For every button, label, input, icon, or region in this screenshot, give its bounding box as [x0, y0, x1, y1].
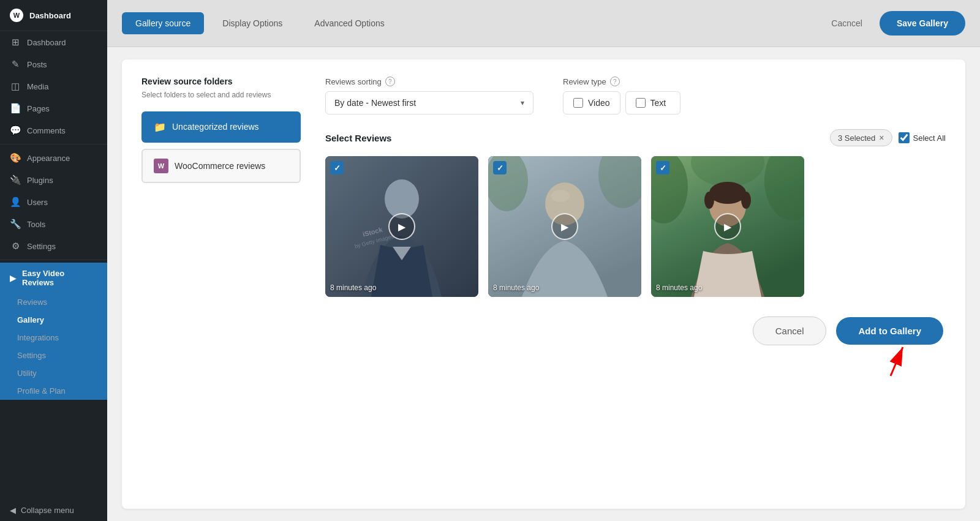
select-all-checkbox[interactable]	[899, 132, 910, 143]
appearance-icon: 🎨	[10, 152, 21, 163]
sorting-dropdown[interactable]: By date - Newest first ▾	[325, 91, 533, 114]
white-card: Review source folders Select folders to …	[122, 59, 965, 509]
sidebar-item-pages[interactable]: 📄 Pages	[0, 97, 107, 119]
top-bar-actions: Cacncel Save Gallery	[821, 11, 965, 36]
dashboard-icon: ⊞	[10, 37, 21, 48]
woocommerce-folder-label: WooCommerce reviews	[175, 161, 265, 171]
sorting-label: Reviews sorting ?	[325, 77, 533, 86]
panel-area: Review source folders Select folders to …	[107, 47, 980, 521]
folders-subtitle: Select folders to select and add reviews	[141, 90, 301, 100]
svg-line-19	[891, 347, 903, 376]
svg-point-15	[709, 182, 746, 204]
sidebar-item-settings[interactable]: ⚙ Settings	[0, 235, 107, 257]
sidebar-item-tools[interactable]: 🔧 Tools	[0, 213, 107, 235]
left-column: Review source folders Select folders to …	[141, 77, 301, 297]
top-bar: Gallery source Display Options Advanced …	[107, 0, 980, 47]
collapse-label: Collapse menu	[21, 506, 74, 515]
right-column: Reviews sorting ? By date - Newest first…	[325, 77, 946, 297]
posts-icon: ✎	[10, 59, 21, 70]
sorting-field-group: Reviews sorting ? By date - Newest first…	[325, 77, 533, 114]
chevron-down-icon: ▾	[521, 99, 524, 107]
collapse-menu-button[interactable]: ◀ Collapse menu	[0, 500, 107, 521]
sidebar-item-reviews[interactable]: Reviews	[0, 293, 107, 311]
text-type-checkbox[interactable]: Text	[625, 91, 680, 114]
select-all-text: Select All	[913, 133, 946, 143]
video-check-3[interactable]: ✓	[656, 161, 669, 174]
sorting-help-icon[interactable]: ?	[385, 77, 395, 86]
play-button-1[interactable]: ▶	[388, 213, 415, 240]
settings-icon: ⚙	[10, 241, 21, 252]
sidebar-logo[interactable]: W Dashboard	[0, 0, 107, 31]
tab-gallery-source[interactable]: Gallery source	[122, 12, 204, 34]
sidebar-item-plugins[interactable]: 🔌 Plugins	[0, 169, 107, 191]
select-all-label[interactable]: Select All	[899, 132, 946, 143]
save-gallery-button[interactable]: Save Gallery	[880, 11, 965, 36]
wordpress-icon: W	[10, 9, 23, 22]
sidebar-item-utility[interactable]: Utility	[0, 364, 107, 382]
text-checkbox-input[interactable]	[636, 98, 646, 108]
sidebar-item-integrations[interactable]: Integrations	[0, 329, 107, 347]
sidebar-item-profile-plan[interactable]: Profile & Plan	[0, 382, 107, 400]
sidebar-item-label: Pages	[27, 104, 50, 113]
folder-icon: 📁	[154, 121, 166, 133]
pages-icon: 📄	[10, 103, 21, 114]
sidebar-item-label: Plugins	[27, 176, 53, 185]
main-content: Gallery source Display Options Advanced …	[107, 0, 980, 521]
sidebar-item-gallery[interactable]: Gallery	[0, 311, 107, 329]
review-type-field-group: Review type ? Video Text	[563, 77, 680, 114]
uncategorized-folder-button[interactable]: 📁 Uncategorized reviews	[141, 111, 301, 143]
clear-selection-icon[interactable]: ×	[879, 133, 884, 143]
arrow-indicator	[866, 342, 915, 379]
select-reviews-header: Select Reviews 3 Selected × Select All	[325, 129, 946, 146]
video-type-label: Video	[588, 98, 610, 108]
review-type-help-icon[interactable]: ?	[610, 77, 620, 86]
sidebar-item-label: Appearance	[27, 154, 70, 163]
content-grid: Review source folders Select folders to …	[141, 77, 946, 297]
sidebar-item-label: Media	[27, 82, 48, 91]
sidebar-item-label: Settings	[27, 242, 56, 251]
video-check-2[interactable]: ✓	[493, 161, 507, 174]
review-type-checkboxes: Video Text	[563, 91, 680, 114]
svg-point-17	[741, 192, 751, 209]
sidebar-item-media[interactable]: ◫ Media	[0, 75, 107, 97]
sidebar-evr-section: ▶ Easy Video Reviews Reviews Gallery Int…	[0, 263, 107, 400]
video-card-1[interactable]: iStock by Getty Images ✓ ▶ 8 minutes ago	[325, 156, 478, 297]
video-checkbox-input[interactable]	[573, 98, 583, 108]
sidebar-item-users[interactable]: 👤 Users	[0, 191, 107, 213]
woocommerce-icon: W	[154, 159, 168, 173]
sorting-value: By date - Newest first	[334, 98, 416, 108]
video-card-3[interactable]: ✓ ▶ 8 minutes ago	[651, 156, 804, 297]
sorting-row: Reviews sorting ? By date - Newest first…	[325, 77, 946, 114]
cancel-link[interactable]: Cacncel	[821, 12, 872, 34]
sidebar-item-label: Tools	[27, 220, 45, 229]
video-timestamp-3: 8 minutes ago	[656, 283, 702, 292]
sidebar-item-posts[interactable]: ✎ Posts	[0, 53, 107, 75]
sidebar-item-settings-sub[interactable]: Settings	[0, 347, 107, 364]
sidebar-item-dashboard[interactable]: ⊞ Dashboard	[0, 31, 107, 53]
media-icon: ◫	[10, 81, 21, 92]
selected-count-text: 3 Selected	[838, 133, 875, 143]
sidebar-item-appearance[interactable]: 🎨 Appearance	[0, 147, 107, 169]
sidebar-evr-header[interactable]: ▶ Easy Video Reviews	[0, 263, 107, 293]
tab-advanced-options[interactable]: Advanced Options	[301, 12, 398, 34]
add-to-gallery-button[interactable]: Add to Gallery	[836, 317, 943, 345]
sidebar-submenu: Reviews Gallery Integrations Settings Ut…	[0, 293, 107, 400]
video-check-1[interactable]: ✓	[330, 161, 344, 174]
tools-icon: 🔧	[10, 219, 21, 230]
sidebar-item-label: Comments	[27, 126, 66, 135]
video-type-checkbox[interactable]: Video	[563, 91, 620, 114]
video-timestamp-2: 8 minutes ago	[493, 283, 539, 292]
sidebar-divider	[0, 144, 107, 144]
folders-title: Review source folders	[141, 77, 301, 86]
cancel-button[interactable]: Cancel	[753, 317, 827, 345]
play-button-3[interactable]: ▶	[714, 213, 741, 240]
video-card-2[interactable]: ✓ ▶ 8 minutes ago	[488, 156, 641, 297]
sidebar-item-label: Users	[27, 198, 48, 207]
woocommerce-folder-button[interactable]: W WooCommerce reviews	[141, 149, 301, 183]
users-icon: 👤	[10, 197, 21, 208]
sidebar-item-comments[interactable]: 💬 Comments	[0, 119, 107, 141]
svg-point-16	[704, 192, 714, 209]
play-button-2[interactable]: ▶	[551, 213, 578, 240]
collapse-icon: ◀	[10, 506, 16, 515]
tab-display-options[interactable]: Display Options	[209, 12, 296, 34]
